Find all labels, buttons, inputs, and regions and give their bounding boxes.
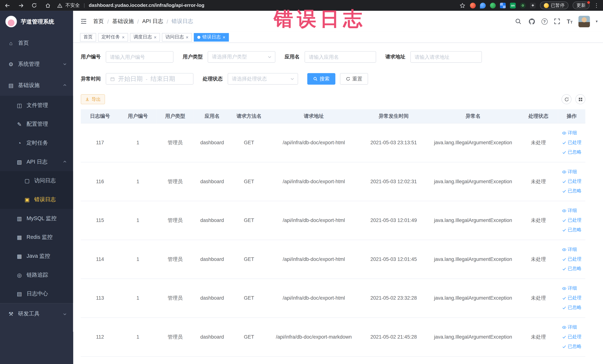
breadcrumb-item[interactable]: API 日志 bbox=[142, 18, 163, 25]
sidebar-item-mysql[interactable]: ▥ MySQL 监控 bbox=[0, 209, 73, 228]
mark-processed-link[interactable]: 已处理 bbox=[562, 293, 581, 303]
close-icon[interactable]: × bbox=[223, 35, 225, 39]
back-button[interactable] bbox=[4, 2, 11, 9]
address-bar[interactable]: 不安全 | dashboard.yudao.iocoder.cn/infra/l… bbox=[57, 1, 454, 10]
mark-ignored-link[interactable]: 已忽略 bbox=[562, 341, 581, 351]
breadcrumb-item[interactable]: 首页 bbox=[93, 18, 104, 25]
sidebar-item-redis[interactable]: ▦ Redis 监控 bbox=[0, 228, 73, 247]
security-label[interactable]: 不安全 bbox=[65, 2, 80, 9]
sidebar-item-system[interactable]: ⚙ 系统管理 bbox=[0, 53, 73, 75]
sidebar-item-config[interactable]: ✎ 配置管理 bbox=[0, 115, 73, 133]
reset-button[interactable]: 重置 bbox=[340, 73, 368, 84]
mark-ignored-link[interactable]: 已忽略 bbox=[562, 264, 581, 273]
eye-icon bbox=[562, 325, 567, 329]
refresh-button[interactable] bbox=[561, 94, 571, 104]
detail-link[interactable]: 详细 bbox=[562, 206, 581, 215]
sidebar-item-java[interactable]: ▩ Java 监控 bbox=[0, 247, 73, 266]
home-button[interactable] bbox=[44, 2, 51, 9]
sidebar-item-infra[interactable]: ▤ 基础设施 bbox=[0, 75, 73, 96]
search-button[interactable]: 搜索 bbox=[307, 73, 335, 84]
column-settings-button[interactable] bbox=[575, 94, 585, 104]
extension-icon[interactable] bbox=[470, 2, 476, 8]
detail-link[interactable]: 详细 bbox=[562, 167, 581, 176]
help-icon[interactable]: ? bbox=[542, 18, 548, 24]
cell-method: GET bbox=[231, 162, 268, 201]
github-icon[interactable] bbox=[528, 17, 535, 25]
update-button[interactable]: 更新 bbox=[573, 1, 590, 9]
process-status-select[interactable]: 请选择处理状态 bbox=[228, 73, 298, 84]
mark-processed-link[interactable]: 已处理 bbox=[562, 332, 581, 341]
action-label: 已处理 bbox=[568, 176, 581, 186]
col-log-id: 日志编号 bbox=[81, 109, 119, 123]
action-label: 详细 bbox=[568, 206, 577, 215]
date-range-picker[interactable]: 开始日期 - 结束日期 bbox=[106, 73, 194, 84]
table-header-row: 日志编号 用户编号 用户类型 应用名 请求方法名 请求地址 异常发生时间 异常名… bbox=[81, 109, 585, 123]
url-text[interactable]: dashboard.yudao.iocoder.cn/infra/log/api… bbox=[89, 3, 204, 8]
update-notification-dot bbox=[587, 1, 590, 4]
paused-badge[interactable]: 已暂停 bbox=[540, 1, 568, 9]
cell-user-type: 管理员 bbox=[156, 240, 194, 279]
search-icon[interactable] bbox=[514, 17, 522, 25]
user-type-select[interactable]: 请选择用户类型 bbox=[208, 51, 275, 63]
check-icon bbox=[562, 150, 567, 154]
sidebar-collapse-icon[interactable] bbox=[79, 17, 88, 26]
sidebar-item-log-center[interactable]: ▤ 日志中心 bbox=[0, 284, 73, 303]
mark-processed-link[interactable]: 已处理 bbox=[562, 138, 581, 147]
extension-icon[interactable]: ✿ bbox=[520, 2, 526, 8]
sidebar-item-home[interactable]: ⌂ 首页 bbox=[0, 32, 73, 53]
bookmark-star-icon[interactable] bbox=[459, 2, 466, 9]
sidebar-item-file[interactable]: ◫ 文件管理 bbox=[0, 96, 73, 115]
tag-job[interactable]: 定时任务 × bbox=[98, 33, 128, 41]
security-warning-icon[interactable] bbox=[57, 3, 62, 8]
mark-ignored-link[interactable]: 已忽略 bbox=[562, 225, 581, 235]
col-exception-name: 异常名 bbox=[427, 109, 519, 123]
mark-processed-link[interactable]: 已处理 bbox=[562, 254, 581, 264]
start-date-placeholder[interactable]: 开始日期 bbox=[118, 75, 143, 83]
export-button[interactable]: 导出 bbox=[81, 94, 105, 104]
extensions-grid-icon[interactable] bbox=[500, 2, 506, 8]
mark-processed-link[interactable]: 已处理 bbox=[562, 215, 581, 225]
extension-on-badge[interactable]: on bbox=[510, 2, 516, 8]
extension-icon[interactable] bbox=[480, 2, 486, 8]
cell-user-type: 管理员 bbox=[156, 279, 194, 317]
mark-ignored-link[interactable]: 已忽略 bbox=[562, 303, 581, 312]
detail-link[interactable]: 详细 bbox=[562, 128, 581, 138]
extension-pin-icon[interactable]: ✚ bbox=[530, 2, 536, 8]
mark-ignored-link[interactable]: 已忽略 bbox=[562, 186, 581, 196]
app-title: 芋道管理系统 bbox=[21, 18, 54, 25]
mark-processed-link[interactable]: 已处理 bbox=[562, 176, 581, 186]
detail-link[interactable]: 详细 bbox=[562, 245, 581, 254]
sidebar-item-trace[interactable]: ◎ 链路追踪 bbox=[0, 266, 73, 284]
sidebar-item-dev-tools[interactable]: ⚒ 研发工具 bbox=[0, 303, 73, 324]
font-size-icon[interactable]: TT bbox=[567, 18, 573, 25]
chevron-down-icon[interactable]: ▾ bbox=[596, 19, 598, 23]
detail-link[interactable]: 详细 bbox=[562, 322, 581, 332]
browser-menu-icon[interactable]: ⋮ bbox=[594, 2, 599, 8]
reload-button[interactable] bbox=[31, 2, 38, 9]
sidebar-item-access-log[interactable]: ▢ 访问日志 bbox=[0, 171, 73, 190]
end-date-placeholder[interactable]: 结束日期 bbox=[151, 75, 175, 83]
tag-access-log[interactable]: 访问日志 × bbox=[162, 33, 192, 41]
fullscreen-icon[interactable] bbox=[553, 17, 561, 25]
close-icon[interactable]: × bbox=[154, 35, 157, 39]
sidebar-item-api-log[interactable]: ▧ API 日志 bbox=[0, 153, 73, 171]
tag-home[interactable]: 首页 bbox=[80, 33, 96, 41]
extension-icon[interactable] bbox=[490, 2, 496, 8]
mark-ignored-link[interactable]: 已忽略 bbox=[562, 147, 581, 157]
close-icon[interactable]: × bbox=[186, 35, 188, 39]
user-id-input[interactable] bbox=[106, 51, 174, 63]
app-name-input[interactable] bbox=[304, 51, 376, 63]
breadcrumb-item[interactable]: 基础设施 bbox=[112, 18, 134, 25]
request-url-input[interactable] bbox=[410, 51, 482, 63]
sidebar-item-error-log[interactable]: ▣ 错误日志 bbox=[0, 190, 73, 209]
tag-job-log[interactable]: 调度日志 × bbox=[130, 33, 160, 41]
detail-link[interactable]: 详细 bbox=[562, 283, 581, 293]
check-icon bbox=[562, 267, 567, 271]
app-logo-row[interactable]: 芋道管理系统 bbox=[0, 11, 73, 32]
tag-error-log[interactable]: 错误日志 × bbox=[194, 33, 229, 41]
sidebar-item-job[interactable]: ◔ 定时任务 bbox=[0, 133, 73, 153]
avatar[interactable] bbox=[578, 16, 590, 27]
update-button-label: 更新 bbox=[577, 2, 586, 9]
forward-button[interactable] bbox=[17, 2, 24, 9]
close-icon[interactable]: × bbox=[122, 35, 125, 39]
